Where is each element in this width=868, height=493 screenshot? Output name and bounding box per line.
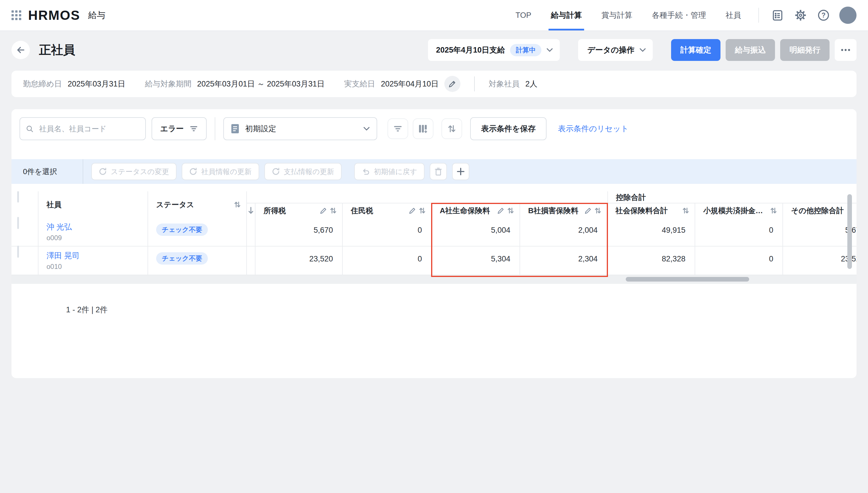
damage-insurance-cell[interactable]: 2,004 bbox=[520, 218, 608, 246]
delete-button[interactable] bbox=[430, 163, 447, 180]
sort-arrows-icon bbox=[329, 207, 337, 215]
reset-view-link[interactable]: 表示条件のリセット bbox=[554, 123, 632, 134]
chevron-down-icon bbox=[363, 127, 370, 131]
damage-insurance-cell[interactable]: 2,304 bbox=[520, 246, 608, 275]
down-arrow-icon bbox=[248, 207, 254, 214]
help-icon[interactable]: ? bbox=[818, 9, 829, 21]
pay-period-value: 2025年03月01日 ～ 2025年03月31日 bbox=[197, 79, 325, 89]
view-preset-value: 初期設定 bbox=[245, 124, 358, 134]
group-header-deductions: 控除合計 bbox=[608, 191, 856, 203]
pencil-icon bbox=[409, 207, 416, 214]
closing-date-label: 勤怠締め日 bbox=[23, 79, 62, 89]
nav-procedures[interactable]: 各種手続・管理 bbox=[652, 0, 706, 30]
employee-info-update-button[interactable]: 社員情報の更新 bbox=[182, 163, 259, 180]
sort-arrows-icon bbox=[770, 207, 777, 215]
view-preset-select[interactable]: 初期設定 bbox=[223, 117, 377, 140]
col-header-life-insurance[interactable]: A社生命保険料 bbox=[432, 203, 520, 218]
table-row: 沖 光弘 o009 チェック不要 5,670 0 5,004 2,004 49,… bbox=[12, 218, 856, 246]
refresh-icon bbox=[99, 168, 107, 175]
status-change-button[interactable]: ステータスの変更 bbox=[91, 163, 177, 180]
horizontal-scrollbar-thumb[interactable] bbox=[626, 277, 749, 282]
tasks-icon[interactable] bbox=[772, 9, 784, 21]
nav-employees[interactable]: 社員 bbox=[726, 0, 741, 30]
life-insurance-cell[interactable]: 5,304 bbox=[432, 246, 520, 275]
data-operations-button[interactable]: データの操作 bbox=[578, 39, 653, 61]
mutual-aid-cell: 0 bbox=[695, 218, 783, 246]
payroll-table: 社員 ステータス 控除合計 所得税 bbox=[12, 191, 856, 275]
status-badge: チェック不要 bbox=[156, 223, 208, 236]
search-input[interactable] bbox=[38, 124, 139, 134]
sort-arrows-icon bbox=[594, 207, 602, 215]
back-icon bbox=[16, 45, 25, 55]
col-header-resident-tax[interactable]: 住民税 bbox=[343, 203, 432, 218]
more-button[interactable] bbox=[835, 39, 856, 61]
table-row: 澤田 晃司 o010 チェック不要 23,520 0 5,304 2,304 8… bbox=[12, 246, 856, 275]
summary-bar: 勤怠締め日 2025年03月31日 給与対象期間 2025年03月01日 ～ 2… bbox=[12, 71, 856, 97]
avatar[interactable] bbox=[839, 7, 856, 24]
funnel-icon bbox=[189, 125, 198, 133]
payment-info-update-button[interactable]: 支払情報の更新 bbox=[265, 163, 342, 180]
col-header-damage-insurance[interactable]: B社損害保険料 bbox=[520, 203, 608, 218]
select-all-checkbox[interactable] bbox=[17, 191, 19, 202]
col-header-income-tax[interactable]: 所得税 bbox=[255, 203, 343, 218]
search-icon bbox=[26, 124, 33, 133]
reset-to-default-button[interactable]: 初期値に戻す bbox=[354, 163, 425, 180]
status-badge: チェック不要 bbox=[156, 252, 208, 264]
employee-name-link[interactable]: 沖 光弘 bbox=[39, 218, 147, 232]
horizontal-scrollbar-track[interactable] bbox=[12, 275, 856, 284]
life-insurance-cell[interactable]: 5,004 bbox=[432, 218, 520, 246]
col-header-mutual-aid[interactable]: 小規模共済掛金… bbox=[695, 203, 783, 218]
resident-tax-cell[interactable]: 0 bbox=[343, 246, 432, 275]
income-tax-cell[interactable]: 23,520 bbox=[255, 246, 343, 275]
save-view-button[interactable]: 表示条件を保存 bbox=[470, 117, 547, 140]
nav-bonus[interactable]: 賞与計算 bbox=[601, 0, 632, 30]
col-header-status[interactable]: ステータス bbox=[148, 191, 247, 218]
hrmos-payroll-page: HRMOS 給与 TOP 給与計算 賞与計算 各種手続・管理 社員 bbox=[0, 0, 868, 493]
undo-icon bbox=[362, 168, 370, 175]
calc-status-badge: 計算中 bbox=[510, 44, 541, 56]
closing-date-value: 2025年03月31日 bbox=[68, 79, 125, 89]
target-employees-label: 対象社員 bbox=[488, 79, 520, 89]
income-tax-cell[interactable]: 5,670 bbox=[255, 218, 343, 246]
add-row-button[interactable] bbox=[452, 163, 469, 180]
filter-button[interactable] bbox=[388, 119, 408, 139]
error-filter-button[interactable]: エラー bbox=[152, 117, 207, 140]
sort-arrows-icon bbox=[507, 207, 515, 215]
row-checkbox[interactable] bbox=[17, 245, 19, 258]
bulk-action-bar: 0件を選択 ステータスの変更 社員情報の更新 支払情報の更新 bbox=[12, 159, 856, 184]
nav-top[interactable]: TOP bbox=[516, 0, 531, 30]
refresh-icon bbox=[189, 168, 197, 175]
payslip-issue-button[interactable]: 明細発行 bbox=[780, 39, 829, 61]
brand: HRMOS 給与 bbox=[12, 7, 105, 23]
mutual-aid-cell: 0 bbox=[695, 246, 783, 275]
back-button[interactable] bbox=[12, 41, 30, 59]
payday-select[interactable]: 2025年4月10日支給 計算中 bbox=[428, 39, 560, 61]
funnel-icon bbox=[393, 124, 403, 133]
plus-icon bbox=[457, 168, 464, 175]
pencil-icon bbox=[448, 80, 456, 88]
payday-select-value: 2025年4月10日支給 bbox=[436, 45, 505, 55]
col-header-other-deduction-total[interactable]: その他控除合計 bbox=[783, 203, 856, 218]
resident-tax-cell[interactable]: 0 bbox=[343, 218, 432, 246]
sort-arrows-icon bbox=[447, 124, 456, 134]
svg-text:?: ? bbox=[822, 12, 825, 19]
app-grid-icon[interactable] bbox=[12, 10, 21, 20]
nav-payroll[interactable]: 給与計算 bbox=[551, 0, 582, 30]
social-insurance-total-cell: 82,328 bbox=[608, 246, 695, 275]
page-title: 正社員 bbox=[39, 42, 75, 58]
gear-icon[interactable] bbox=[795, 9, 806, 21]
columns-button[interactable] bbox=[413, 119, 433, 139]
sort-button[interactable] bbox=[441, 119, 462, 139]
employee-name-link[interactable]: 澤田 晃司 bbox=[39, 246, 147, 261]
chevron-down-icon bbox=[640, 48, 646, 52]
row-checkbox[interactable] bbox=[17, 217, 19, 229]
top-bar: HRMOS 給与 TOP 給与計算 賞与計算 各種手続・管理 社員 bbox=[0, 0, 868, 31]
salary-transfer-button[interactable]: 給与振込 bbox=[726, 39, 775, 61]
confirm-calculation-button[interactable]: 計算確定 bbox=[671, 39, 721, 61]
global-nav: TOP 給与計算 賞与計算 各種手続・管理 社員 bbox=[516, 0, 741, 30]
vertical-scrollbar-thumb[interactable] bbox=[847, 194, 852, 269]
col-header-clipped bbox=[247, 203, 255, 218]
edit-payday-button[interactable] bbox=[444, 76, 460, 92]
target-employees-value: 2人 bbox=[525, 79, 537, 89]
col-header-social-insurance-total[interactable]: 社会保険料合計 bbox=[608, 203, 695, 218]
